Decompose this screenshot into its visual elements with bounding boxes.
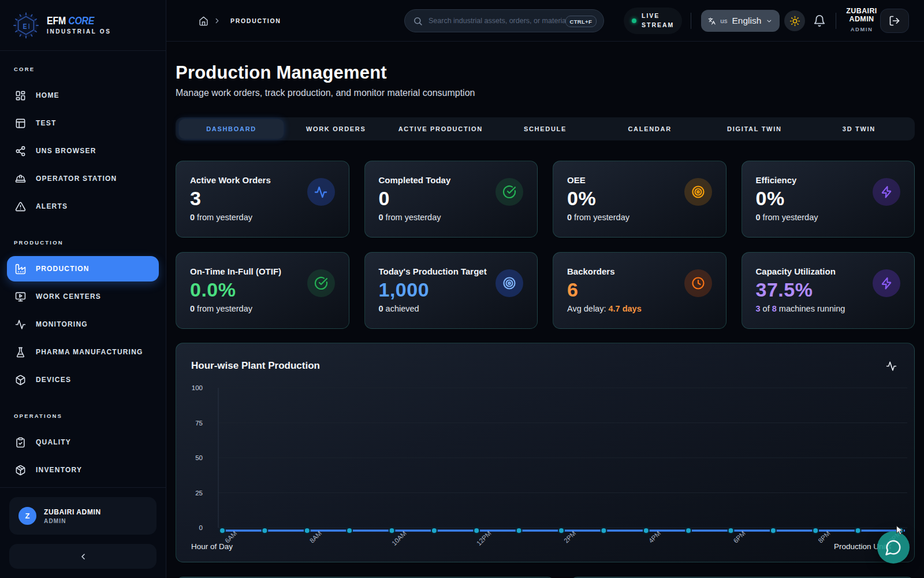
svg-text:2PM: 2PM bbox=[562, 529, 577, 544]
svg-text:8AM: 8AM bbox=[308, 529, 323, 544]
svg-text:8PM: 8PM bbox=[817, 529, 831, 544]
svg-text:25: 25 bbox=[195, 490, 203, 497]
svg-text:50: 50 bbox=[195, 454, 203, 461]
svg-text:Hour of Day: Hour of Day bbox=[191, 542, 233, 551]
svg-text:4PM: 4PM bbox=[647, 529, 662, 544]
svg-text:6PM: 6PM bbox=[732, 529, 747, 544]
svg-text:E: E bbox=[23, 21, 27, 30]
svg-text:I: I bbox=[28, 22, 30, 30]
svg-text:100: 100 bbox=[192, 384, 203, 391]
svg-text:75: 75 bbox=[195, 420, 203, 427]
svg-text:0: 0 bbox=[199, 524, 203, 531]
